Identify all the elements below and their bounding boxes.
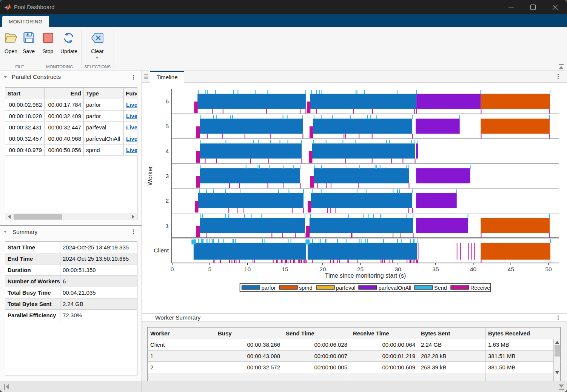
svg-text:4: 4 [165,148,169,154]
svg-text:Client: Client [154,247,169,254]
svg-text:Receive: Receive [470,285,490,291]
svg-text:0: 0 [171,266,174,272]
svg-text:6: 6 [165,98,169,105]
svg-text:Worker: Worker [147,166,153,186]
svg-text:3: 3 [165,173,169,179]
svg-text:45: 45 [508,266,514,272]
svg-text:30: 30 [395,266,402,272]
svg-text:spmd: spmd [299,285,312,291]
svg-text:20: 20 [319,266,326,272]
svg-text:10: 10 [244,266,251,272]
svg-text:Time since monitoring start (s: Time since monitoring start (s) [325,272,406,279]
svg-text:parfor: parfor [262,285,276,291]
svg-text:5: 5 [165,123,169,129]
svg-text:parfevalOnAll: parfevalOnAll [379,285,411,291]
svg-text:35: 35 [432,266,439,272]
svg-text:40: 40 [470,266,477,272]
svg-text:5: 5 [208,266,211,272]
svg-text:15: 15 [282,266,288,272]
svg-text:parfeval: parfeval [336,285,356,291]
svg-text:25: 25 [357,266,364,272]
svg-text:1: 1 [165,222,169,229]
svg-text:Send: Send [434,285,447,291]
svg-text:50: 50 [545,266,552,272]
svg-text:2: 2 [165,197,169,204]
